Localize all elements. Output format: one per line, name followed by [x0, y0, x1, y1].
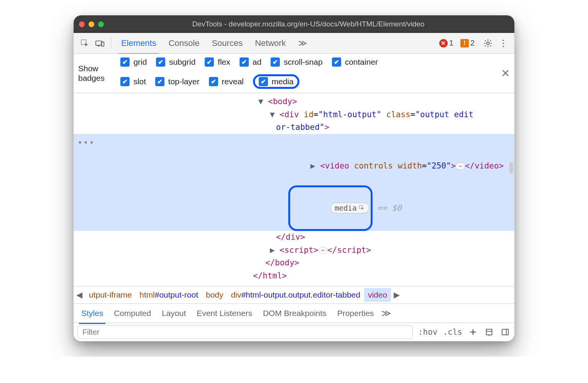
- styles-tab-layout[interactable]: Layout: [157, 306, 191, 320]
- breadcrumb-item: utput-iframe: [85, 288, 136, 302]
- tab-sources[interactable]: Sources: [207, 36, 248, 51]
- close-badges-icon[interactable]: ✕: [501, 67, 510, 80]
- hov-toggle[interactable]: :hov: [418, 327, 438, 337]
- errors-count: 1: [449, 39, 453, 47]
- breadcrumb-item: html#output-root: [136, 288, 202, 302]
- error-icon: ✕: [439, 39, 448, 47]
- collapsed-ellipsis-icon[interactable]: ⋯: [318, 247, 327, 254]
- inspect-arrow-icon: [359, 205, 365, 211]
- badge-checkbox-scroll-snap[interactable]: ✔scroll-snap: [271, 57, 323, 67]
- badge-checkbox-reveal[interactable]: ✔reveal: [209, 77, 244, 86]
- scrollbar-thumb[interactable]: [509, 162, 513, 173]
- main-toolbar: Elements Console Sources Network ≫ ✕ 1 !…: [74, 33, 514, 54]
- dom-node-html-close: </html>: [74, 270, 514, 283]
- titlebar: DevTools - developer.mozilla.org/en-US/d…: [74, 15, 514, 33]
- badge-checkbox-top-layer[interactable]: ✔top-layer: [155, 77, 200, 86]
- tab-console[interactable]: Console: [164, 36, 205, 51]
- dom-media-badge-row: media == $0: [74, 185, 514, 231]
- checkbox-icon[interactable]: ✔: [240, 57, 249, 67]
- badge-checkbox-subgrid[interactable]: ✔subgrid: [156, 57, 195, 67]
- panel-dock-icon[interactable]: [500, 328, 511, 336]
- tab-elements[interactable]: Elements: [116, 36, 161, 51]
- new-style-rule-icon[interactable]: [468, 328, 478, 336]
- styles-tab-dom-breakpoints[interactable]: DOM Breakpoints: [258, 306, 331, 320]
- badges-bar: Show badges ✔grid ✔subgrid ✔flex ✔ad ✔sc…: [74, 54, 514, 93]
- media-badge[interactable]: media: [330, 203, 369, 213]
- styles-tab-event-listeners[interactable]: Event Listeners: [192, 306, 257, 320]
- traffic-lights: [79, 21, 104, 27]
- badge-checkbox-media[interactable]: ✔media: [253, 74, 299, 89]
- window-title: DevTools - developer.mozilla.org/en-US/d…: [108, 20, 509, 28]
- badge-checkbox-grid[interactable]: ✔grid: [120, 57, 147, 67]
- paint-flash-icon[interactable]: [484, 328, 494, 336]
- checkbox-icon[interactable]: ✔: [155, 77, 164, 86]
- dom-node-body: ▼ <body>: [74, 95, 514, 108]
- styles-tab-styles[interactable]: Styles: [77, 306, 108, 320]
- cls-toggle[interactable]: .cls: [443, 327, 462, 337]
- checkbox-icon[interactable]: ✔: [120, 77, 130, 86]
- dom-node-body-close: </body>: [74, 257, 514, 270]
- warnings-count: 2: [470, 39, 475, 47]
- expand-dots-icon[interactable]: •••: [77, 136, 95, 149]
- badge-checkbox-ad[interactable]: ✔ad: [240, 57, 261, 67]
- svg-point-4: [487, 42, 489, 44]
- styles-toolbar: :hov .cls: [74, 323, 514, 341]
- collapsed-ellipsis-icon[interactable]: ⋯: [456, 163, 465, 170]
- checkbox-icon[interactable]: ✔: [205, 57, 214, 67]
- styles-tabs-overflow-icon[interactable]: ≫: [381, 308, 391, 319]
- badge-checkbox-container[interactable]: ✔container: [332, 57, 378, 67]
- styles-tab-properties[interactable]: Properties: [333, 306, 379, 320]
- breadcrumb: ◀ utput-iframe html#output-root body div…: [74, 286, 514, 304]
- more-menu-icon[interactable]: ⋮: [497, 38, 510, 49]
- badge-checkbox-slot[interactable]: ✔slot: [120, 77, 146, 86]
- badges-label: Show badges: [78, 64, 114, 83]
- breadcrumb-scroll-left-icon[interactable]: ◀: [74, 290, 85, 300]
- eq-dollar-zero: == $0: [377, 202, 401, 215]
- warnings-badge[interactable]: ! 2: [460, 39, 475, 47]
- dom-node-video-selected[interactable]: ••• ▶ <video controls width="250">⋯</vid…: [74, 134, 514, 185]
- maximize-icon[interactable]: [98, 21, 104, 27]
- breadcrumb-item: div#html-output.output.editor-tabbed: [227, 288, 364, 302]
- checkbox-icon[interactable]: ✔: [120, 57, 130, 67]
- styles-tabs: Styles Computed Layout Event Listeners D…: [74, 304, 514, 323]
- separator: [111, 38, 112, 49]
- devtools-window: DevTools - developer.mozilla.org/en-US/d…: [74, 15, 514, 341]
- close-icon[interactable]: [79, 21, 85, 27]
- warning-icon: !: [460, 39, 469, 47]
- minimize-icon[interactable]: [89, 21, 94, 27]
- dom-node-div: ▼ <div id="html-output" class="output ed…: [74, 108, 514, 121]
- dom-node-script: ▶ <script>⋯</script>: [74, 244, 514, 257]
- styles-tab-computed[interactable]: Computed: [109, 306, 156, 320]
- filter-input[interactable]: [77, 325, 413, 339]
- svg-rect-8: [486, 331, 492, 335]
- checkbox-icon[interactable]: ✔: [271, 57, 280, 67]
- breadcrumb-item-selected: video: [364, 288, 391, 302]
- checkbox-icon[interactable]: ✔: [332, 57, 341, 67]
- tab-network[interactable]: Network: [250, 36, 291, 51]
- dom-node-div-close: </div>: [74, 231, 514, 244]
- breadcrumb-scroll-right-icon[interactable]: ▶: [391, 290, 402, 300]
- inspect-icon[interactable]: [78, 37, 91, 50]
- device-toggle-icon[interactable]: [94, 37, 107, 50]
- svg-rect-10: [502, 329, 509, 335]
- badges-grid: ✔grid ✔subgrid ✔flex ✔ad ✔scroll-snap ✔c…: [120, 57, 510, 89]
- settings-gear-icon[interactable]: [481, 39, 494, 48]
- dom-tree[interactable]: ▼ <body> ▼ <div id="html-output" class="…: [74, 93, 514, 286]
- checkbox-icon[interactable]: ✔: [259, 77, 268, 86]
- breadcrumb-item: body: [202, 288, 227, 302]
- errors-badge[interactable]: ✕ 1: [439, 39, 453, 47]
- checkbox-icon[interactable]: ✔: [209, 77, 218, 86]
- svg-rect-1: [96, 41, 102, 45]
- media-badge-highlight: media: [288, 185, 373, 231]
- badge-checkbox-flex[interactable]: ✔flex: [205, 57, 230, 67]
- tabs-overflow-icon[interactable]: ≫: [293, 36, 312, 51]
- checkbox-icon[interactable]: ✔: [156, 57, 165, 67]
- dom-node-div-cont: or-tabbed">: [74, 121, 514, 134]
